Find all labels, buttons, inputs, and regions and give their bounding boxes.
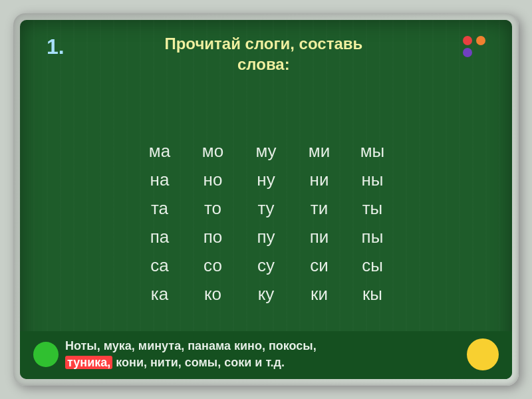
bottom-text-line2-suffix: кони, нити, сомы, соки и т.д. <box>116 356 285 369</box>
syllable-cell: по <box>186 224 239 250</box>
syllable-cell: ми <box>293 138 346 164</box>
syllable-cell: са <box>133 253 186 279</box>
syllable-cell: пы <box>346 224 399 250</box>
syllable-cell: на <box>133 167 186 193</box>
syllable-cell: мы <box>346 138 399 164</box>
task-title-line2: слова: <box>237 55 290 73</box>
syllable-cell: ти <box>293 196 346 221</box>
syllable-cell: ки <box>293 281 346 307</box>
syllable-cell: ку <box>239 281 293 307</box>
syllable-row-5: са со су си сы <box>47 253 485 279</box>
syllables-grid: ма мо му ми мы на но ну ни ны та то ту <box>47 80 485 366</box>
dot-orange <box>476 36 485 45</box>
syllable-cell: но <box>186 167 239 193</box>
task-title-line1: Прочитай слоги, составь <box>164 35 362 53</box>
syllable-cell: ма <box>133 138 186 164</box>
dots-container <box>463 36 485 57</box>
task-title: Прочитай слоги, составь слова: <box>75 33 452 74</box>
syllable-cell: си <box>293 253 346 279</box>
syllable-cell: па <box>133 224 186 250</box>
dot-purple <box>463 48 472 57</box>
syllable-cell: му <box>239 138 293 164</box>
syllable-row-2: на но ну ни ны <box>47 167 485 193</box>
syllable-cell: ка <box>133 281 186 307</box>
task-number: 1. <box>47 35 65 59</box>
syllable-cell: ко <box>186 281 239 307</box>
green-circle-icon <box>33 342 59 367</box>
syllable-cell: ны <box>346 167 399 193</box>
bottom-bar: Ноты, мука, минута, панама кино, покосы,… <box>20 331 512 379</box>
syllable-row-3: та то ту ти ты <box>47 196 485 221</box>
bottom-text: Ноты, мука, минута, панама кино, покосы,… <box>65 338 460 371</box>
syllable-cell: кы <box>346 281 399 307</box>
syllable-cell: та <box>133 196 186 221</box>
syllable-cell: сы <box>346 253 399 279</box>
syllable-cell: ни <box>293 167 346 193</box>
bottom-text-line1: Ноты, мука, минута, панама кино, покосы, <box>65 339 317 352</box>
bottom-text-red: туника, <box>65 356 112 369</box>
syllable-row-1: ма мо му ми мы <box>47 138 485 164</box>
syllable-cell: то <box>186 196 239 221</box>
syllable-cell: пи <box>293 224 346 250</box>
dots-row-1 <box>463 36 485 45</box>
yellow-circle-icon <box>467 338 499 370</box>
syllable-cell: со <box>186 253 239 279</box>
syllable-row-4: па по пу пи пы <box>47 224 485 250</box>
board-content: 1. Прочитай слоги, составь слова: <box>20 20 512 379</box>
syllable-cell: ту <box>239 196 293 221</box>
syllable-cell: су <box>239 253 293 279</box>
dots-row-2 <box>463 48 472 57</box>
syllable-cell: мо <box>186 138 239 164</box>
title-row: 1. Прочитай слоги, составь слова: <box>47 33 485 74</box>
dot-red <box>463 36 472 45</box>
syllable-row-6: ка ко ку ки кы <box>47 281 485 307</box>
syllable-cell: ну <box>239 167 293 193</box>
board-outer: 1. Прочитай слоги, составь слова: <box>13 13 519 386</box>
syllable-cell: пу <box>239 224 293 250</box>
blackboard: 1. Прочитай слоги, составь слова: <box>20 20 512 379</box>
syllable-cell: ты <box>346 196 399 221</box>
